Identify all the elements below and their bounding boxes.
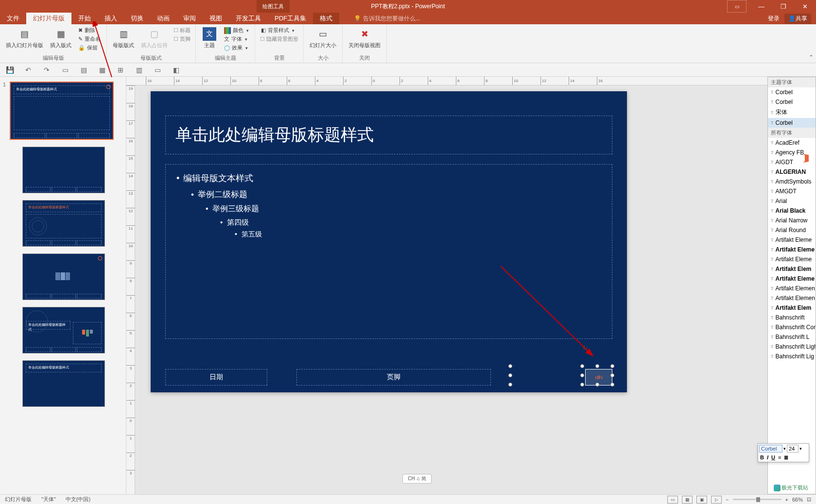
login-link[interactable]: 登录: [768, 15, 780, 23]
undo-button[interactable]: ↶: [23, 65, 33, 75]
redo-button[interactable]: ↷: [42, 65, 52, 75]
mini-font-size-input[interactable]: 24: [787, 445, 799, 453]
preserve-button[interactable]: 🔒保留: [76, 44, 103, 52]
fit-to-window-button[interactable]: ⊡: [807, 496, 811, 503]
selection-handle[interactable]: [595, 364, 599, 368]
selection-handle[interactable]: [610, 364, 614, 368]
fonts-button[interactable]: 文字体: [222, 35, 251, 43]
tab-pdf[interactable]: PDF工具集: [268, 13, 313, 24]
save-button[interactable]: 💾: [5, 65, 15, 75]
font-item[interactable]: TArial: [768, 196, 816, 206]
font-item[interactable]: TArtifakt Elemen: [768, 293, 816, 303]
selection-handle[interactable]: [508, 364, 512, 368]
title-placeholder[interactable]: 单击此处编辑母版标题样式: [165, 116, 612, 154]
font-item[interactable]: TArtifakt Eleme: [768, 235, 816, 245]
bg-styles-button[interactable]: ◧背景样式: [259, 26, 299, 34]
selection-handle[interactable]: [508, 373, 512, 377]
font-dropdown-panel[interactable]: 主题字体 TCorbelTCorbelT宋体TCorbel 所有字体 TAcad…: [767, 77, 816, 494]
font-item[interactable]: TArial Black: [768, 206, 816, 216]
title-checkbox[interactable]: ☐标题: [173, 26, 191, 34]
tab-file[interactable]: 文件: [0, 13, 26, 24]
qat-btn-10[interactable]: ◧: [171, 65, 181, 75]
close-master-button[interactable]: ✖ 关闭母版视图: [347, 26, 382, 50]
selection-handle[interactable]: [580, 383, 584, 386]
slide-size-button[interactable]: ▭ 幻灯片大小: [308, 26, 338, 50]
qat-btn-4[interactable]: ▭: [60, 65, 70, 75]
tab-developer[interactable]: 开发工具: [229, 13, 268, 24]
font-item[interactable]: TArtifakt Elem: [768, 264, 816, 274]
font-item[interactable]: TArial Round: [768, 225, 816, 235]
font-item[interactable]: TArtifakt Eleme: [768, 274, 816, 284]
date-placeholder[interactable]: 日期: [165, 369, 267, 386]
layout-thumbnail-1[interactable]: [3, 147, 123, 193]
selection-handle[interactable]: [580, 373, 584, 377]
colors-button[interactable]: 颜色: [222, 26, 251, 34]
reading-view-button[interactable]: ▣: [696, 496, 707, 504]
status-language[interactable]: 中文(中国): [66, 496, 90, 503]
slideshow-view-button[interactable]: ▷: [711, 496, 722, 504]
zoom-level[interactable]: 66%: [792, 497, 803, 503]
underline-button[interactable]: U: [771, 454, 775, 461]
font-item[interactable]: TBahnschrift: [768, 313, 816, 322]
selection-handle[interactable]: [580, 364, 584, 368]
font-item[interactable]: TBahnschrift Light: [768, 342, 816, 352]
italic-button[interactable]: I: [767, 454, 768, 461]
selection-handle[interactable]: [610, 373, 614, 377]
zoom-slider[interactable]: [733, 499, 781, 500]
bold-button[interactable]: B: [760, 454, 764, 461]
font-item[interactable]: TBahnschrift L: [768, 332, 816, 342]
footer-placeholder[interactable]: 页脚: [296, 369, 491, 386]
ime-indicator[interactable]: CH ♫ 简: [402, 474, 432, 484]
effects-button[interactable]: ◯效果: [222, 44, 251, 52]
qat-btn-5[interactable]: ▤: [79, 65, 88, 75]
font-item[interactable]: TAMGDT: [768, 186, 816, 196]
minimize-button[interactable]: —: [750, 0, 772, 13]
font-item[interactable]: TALGERIAN: [768, 167, 816, 177]
sorter-view-button[interactable]: ▦: [682, 496, 693, 504]
mini-toolbar[interactable]: Corbel ▾ 24 ▾ B I U ≡ ≣: [758, 443, 809, 462]
tab-insert[interactable]: 插入: [98, 13, 124, 24]
layout-thumbnail-2[interactable]: 单击此处编辑母版标题样式: [3, 200, 123, 247]
tab-home[interactable]: 开始: [71, 13, 98, 24]
selection-handle[interactable]: [610, 383, 614, 386]
align-button[interactable]: ≡: [778, 454, 781, 461]
layout-thumbnail-4[interactable]: 单击此处编辑母版标题样式: [3, 307, 123, 353]
rotate-handle-icon[interactable]: ↻: [582, 344, 588, 352]
qat-btn-9[interactable]: ▭: [153, 65, 162, 75]
tab-format[interactable]: 格式: [313, 13, 339, 24]
qat-btn-8[interactable]: ▥: [134, 65, 144, 75]
font-item[interactable]: TBahnschrift Conde: [768, 322, 816, 332]
font-item[interactable]: TCorbel: [768, 118, 816, 128]
font-item[interactable]: TArtifakt Elem: [768, 303, 816, 313]
selection-handle[interactable]: [508, 383, 512, 386]
font-item[interactable]: TCorbel: [768, 87, 816, 97]
font-item[interactable]: TArtifakt Eleme: [768, 254, 816, 264]
restore-button[interactable]: ❐: [772, 0, 794, 13]
tab-review[interactable]: 审阅: [176, 13, 203, 24]
master-thumbnail[interactable]: 1 单击此处编辑母版标题样式: [3, 82, 123, 140]
qat-btn-7[interactable]: ⊞: [116, 65, 125, 75]
normal-view-button[interactable]: ▭: [667, 496, 678, 504]
thumbnail-panel[interactable]: 1 单击此处编辑母版标题样式 单击此处编辑母版标题样式: [0, 77, 126, 494]
qat-btn-6[interactable]: ▦: [97, 65, 107, 75]
size-dropdown-icon[interactable]: ▾: [799, 446, 802, 451]
insert-slide-master-button[interactable]: ▤ 插入幻灯片母版: [4, 26, 45, 50]
align-button-2[interactable]: ≣: [784, 454, 788, 461]
selection-handle[interactable]: [595, 383, 599, 386]
font-dropdown-icon[interactable]: ▾: [783, 446, 786, 451]
hide-bg-checkbox[interactable]: ☐隐藏背景图形: [259, 35, 299, 43]
slide-master-canvas[interactable]: 单击此处编辑母版标题样式 •编辑母版文本样式 •举例二级标题 •举例三级标题 •…: [151, 91, 627, 392]
font-item[interactable]: TArtifakt Elemen: [768, 284, 816, 293]
zoom-in-button[interactable]: +: [785, 497, 788, 503]
close-button[interactable]: ✕: [794, 0, 816, 13]
rename-button[interactable]: ✎重命名: [76, 35, 103, 43]
font-item[interactable]: TBahnschrift Lig: [768, 352, 816, 361]
tab-view[interactable]: 视图: [203, 13, 229, 24]
ribbon-display-options-icon[interactable]: ▭: [727, 0, 747, 13]
body-placeholder[interactable]: •编辑母版文本样式 •举例二级标题 •举例三级标题 •第四级 •第五级: [165, 164, 612, 339]
layout-thumbnail-5[interactable]: 单击此处编辑母版标题样式: [3, 360, 123, 407]
footer-checkbox[interactable]: ☐页脚: [173, 35, 191, 43]
master-layout-button[interactable]: ▥ 母版版式: [111, 26, 136, 50]
font-item[interactable]: TAcadEref: [768, 138, 816, 148]
font-item[interactable]: TArtifakt Eleme: [768, 245, 816, 254]
